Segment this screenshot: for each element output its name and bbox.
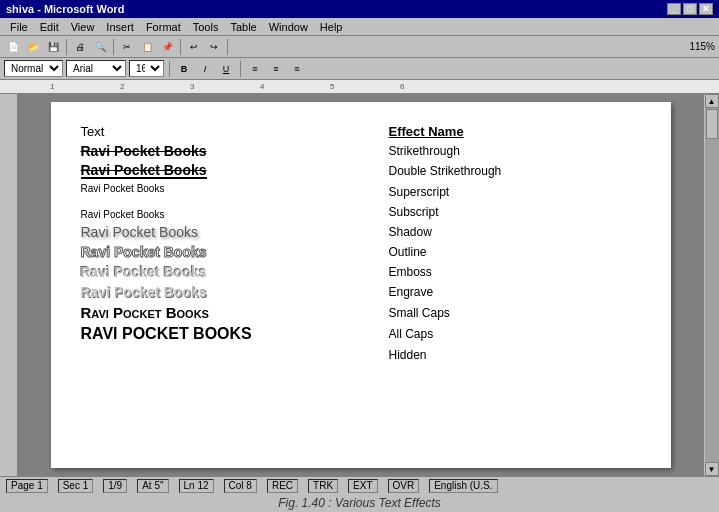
ruler: 1 2 3 4 5 6 (0, 80, 719, 94)
save-button[interactable]: 💾 (44, 38, 62, 56)
font-size-select[interactable]: 16 (129, 60, 164, 77)
document: Text Effect Name Ravi Pocket Books Strik… (51, 102, 671, 468)
table-row: Ravi Pocket Books Outline (81, 242, 641, 262)
table-row: Hidden (81, 345, 641, 364)
main-area: Text Effect Name Ravi Pocket Books Strik… (0, 94, 719, 476)
align-right-button[interactable]: ≡ (288, 60, 306, 78)
separator-fmt-1 (169, 61, 170, 77)
table-row: Ravi Pocket Books Double Strikethrough (81, 161, 641, 181)
page-of-status: 1/9 (103, 479, 127, 493)
zoom-level: 115% (689, 41, 715, 52)
menu-help[interactable]: Help (314, 20, 349, 34)
window-controls[interactable]: _ □ ✕ (667, 3, 713, 15)
menu-edit[interactable]: Edit (34, 20, 65, 34)
table-row: Ravi Pocket Books Small Caps (81, 302, 641, 323)
style-select[interactable]: Normal (4, 60, 63, 77)
menu-file[interactable]: File (4, 20, 34, 34)
trk-status: TRK (308, 479, 338, 493)
caption-text: Fig. 1.40 : Various Text Effects (278, 496, 441, 510)
paste-button[interactable]: 📌 (158, 38, 176, 56)
text-column-header: Text (81, 122, 389, 141)
scroll-up-button[interactable]: ▲ (705, 94, 719, 108)
separator-2 (113, 39, 114, 55)
effects-table: Text Effect Name Ravi Pocket Books Strik… (81, 122, 641, 364)
figure-caption: Fig. 1.40 : Various Text Effects (0, 494, 719, 512)
table-row: Ravi Pocket Books Engrave (81, 282, 641, 302)
table-row: Ravi Pocket Books Subscript (81, 202, 641, 222)
menu-bar: File Edit View Insert Format Tools Table… (0, 18, 719, 36)
print-button[interactable]: 🖨 (71, 38, 89, 56)
minimize-button[interactable]: _ (667, 3, 681, 15)
menu-format[interactable]: Format (140, 20, 187, 34)
cut-button[interactable]: ✂ (118, 38, 136, 56)
underline-button[interactable]: U (217, 60, 235, 78)
table-row: Ravi Pocket Books Shadow (81, 222, 641, 242)
close-button[interactable]: ✕ (699, 3, 713, 15)
separator-3 (180, 39, 181, 55)
align-left-button[interactable]: ≡ (246, 60, 264, 78)
window-title: shiva - Microsoft Word (6, 3, 124, 15)
title-bar: shiva - Microsoft Word _ □ ✕ (0, 0, 719, 18)
scroll-thumb[interactable] (706, 109, 718, 139)
redo-button[interactable]: ↪ (205, 38, 223, 56)
menu-view[interactable]: View (65, 20, 101, 34)
sec-status: Sec 1 (58, 479, 94, 493)
bold-button[interactable]: B (175, 60, 193, 78)
font-select[interactable]: Arial (66, 60, 126, 77)
effect-column-header: Effect Name (389, 122, 641, 141)
status-bar: Page 1 Sec 1 1/9 At 5" Ln 12 Col 8 REC T… (0, 476, 719, 494)
new-button[interactable]: 📄 (4, 38, 22, 56)
at-status: At 5" (137, 479, 168, 493)
undo-button[interactable]: ↩ (185, 38, 203, 56)
copy-button[interactable]: 📋 (138, 38, 156, 56)
menu-tools[interactable]: Tools (187, 20, 225, 34)
separator-1 (66, 39, 67, 55)
table-row: Ravi Pocket Books Emboss (81, 262, 641, 282)
align-center-button[interactable]: ≡ (267, 60, 285, 78)
ovr-status: OVR (388, 479, 420, 493)
menu-table[interactable]: Table (224, 20, 262, 34)
scroll-track[interactable] (705, 108, 719, 462)
rec-status: REC (267, 479, 298, 493)
menu-insert[interactable]: Insert (100, 20, 140, 34)
left-margin (0, 94, 18, 476)
document-container: Text Effect Name Ravi Pocket Books Strik… (18, 94, 703, 476)
standard-toolbar: 📄 📂 💾 🖨 🔍 ✂ 📋 📌 ↩ ↪ 115% (0, 36, 719, 58)
table-row: Ravi Pocket Books Superscript (81, 181, 641, 202)
ln-status: Ln 12 (179, 479, 214, 493)
table-row: Ravi Pocket Books Strikethrough (81, 141, 641, 161)
ext-status: EXT (348, 479, 377, 493)
col-status: Col 8 (224, 479, 257, 493)
italic-button[interactable]: I (196, 60, 214, 78)
table-row: RAVI POCKET BOOKS All Caps (81, 323, 641, 345)
language-status: English (U.S. (429, 479, 497, 493)
open-button[interactable]: 📂 (24, 38, 42, 56)
separator-4 (227, 39, 228, 55)
maximize-button[interactable]: □ (683, 3, 697, 15)
format-toolbar: Normal Arial 16 B I U ≡ ≡ ≡ (0, 58, 719, 80)
menu-window[interactable]: Window (263, 20, 314, 34)
right-scrollbar[interactable]: ▲ ▼ (703, 94, 719, 476)
scroll-down-button[interactable]: ▼ (705, 462, 719, 476)
page-status: Page 1 (6, 479, 48, 493)
preview-button[interactable]: 🔍 (91, 38, 109, 56)
separator-fmt-2 (240, 61, 241, 77)
